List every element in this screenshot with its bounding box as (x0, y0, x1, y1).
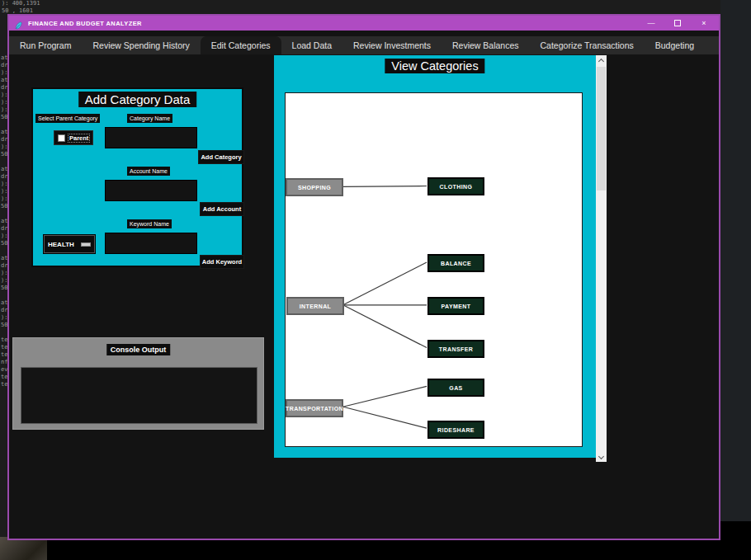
tree-node-gas[interactable]: GAS (427, 379, 484, 397)
console-output-title: Console Output (106, 344, 171, 355)
add-category-panel-title: Add Category Data (78, 92, 197, 107)
tab-bar: Run Program Review Spending History Edit… (9, 36, 719, 54)
dropdown-button-icon[interactable] (81, 242, 91, 247)
tab-review-spending-history[interactable]: Review Spending History (82, 36, 200, 54)
app-feather-icon (14, 19, 23, 28)
tab-review-balances[interactable]: Review Balances (442, 36, 530, 54)
tree-node-payment[interactable]: PAYMENT (427, 297, 484, 315)
scrollbar-thumb[interactable] (597, 67, 606, 191)
keyword-name-label: Keyword Name (127, 219, 172, 228)
background-terminal-text-top: ): 400,1391 50 , 1601 (2, 0, 40, 15)
desktop-top-strip (0, 0, 720, 14)
tree-node-rideshare[interactable]: RIDESHARE (427, 421, 484, 439)
account-name-input[interactable] (105, 180, 197, 201)
tab-budgeting[interactable]: Budgeting (645, 36, 705, 54)
add-account-button[interactable]: Add Account (200, 202, 244, 216)
close-button[interactable]: × (699, 19, 709, 27)
minimize-button[interactable]: — (646, 19, 656, 27)
scroll-down-arrow-icon[interactable] (598, 454, 604, 460)
desktop-right-strip (720, 0, 751, 521)
desktop-wallpaper-texture (0, 537, 47, 560)
titlebar[interactable]: FINANCE AND BUDGET ANALYZER — × (9, 16, 719, 31)
tree-node-transfer[interactable]: TRANSFER (427, 340, 484, 358)
tree-node-internal[interactable]: INTERNAL (286, 297, 344, 315)
window-body: Run Program Review Spending History Edit… (9, 31, 719, 539)
window-title: FINANCE AND BUDGET ANALYZER (28, 20, 646, 27)
add-keyword-button[interactable]: Add Keyword (200, 255, 244, 269)
view-categories-panel: View Categories SHOPPING CLOTHING INTERN… (274, 55, 596, 458)
view-categories-title: View Categories (385, 59, 484, 73)
tab-categorize-transactions[interactable]: Categorize Transactions (530, 36, 645, 54)
console-output-panel: Console Output (12, 337, 264, 430)
tree-node-shopping[interactable]: SHOPPING (286, 178, 343, 196)
tree-node-clothing[interactable]: CLOTHING (427, 177, 484, 195)
checkbox-square-icon[interactable] (58, 134, 65, 142)
app-window: FINANCE AND BUDGET ANALYZER — × Run Prog… (7, 14, 720, 540)
parent-category-dropdown-value: HEALTH (48, 241, 77, 248)
category-name-input[interactable] (105, 127, 197, 148)
tab-edit-categories[interactable]: Edit Categories (201, 36, 281, 54)
desktop-background: ): 400,1391 50 , 1601 at dr ): at dr ): … (0, 0, 751, 560)
keyword-name-input[interactable] (105, 233, 197, 254)
parent-checkbox-label: Parent (68, 134, 89, 142)
console-output-area (21, 367, 257, 424)
window-controls: — × (646, 19, 709, 27)
category-name-label: Category Name (127, 114, 172, 123)
add-category-panel: Add Category Data Select Parent Category… (31, 87, 243, 267)
tree-node-balance[interactable]: BALANCE (427, 254, 484, 272)
select-parent-category-label: Select Parent Category (35, 114, 100, 123)
parent-category-dropdown[interactable]: HEALTH (44, 235, 95, 253)
category-tree-canvas[interactable]: SHOPPING CLOTHING INTERNAL BALANCE PAYME… (285, 92, 583, 447)
tab-run-program[interactable]: Run Program (9, 36, 82, 54)
tab-load-data[interactable]: Load Data (281, 36, 342, 54)
scroll-up-arrow-icon[interactable] (598, 57, 604, 63)
maximize-button[interactable] (674, 20, 681, 26)
view-categories-scrollbar[interactable] (596, 55, 607, 462)
account-name-label: Account Name (127, 167, 170, 176)
tab-review-investments[interactable]: Review Investments (342, 36, 442, 54)
parent-checkbox[interactable]: Parent (54, 130, 93, 145)
tree-node-transportation[interactable]: TRANSPORTATION (286, 399, 343, 417)
add-category-button[interactable]: Add Category (198, 150, 244, 164)
